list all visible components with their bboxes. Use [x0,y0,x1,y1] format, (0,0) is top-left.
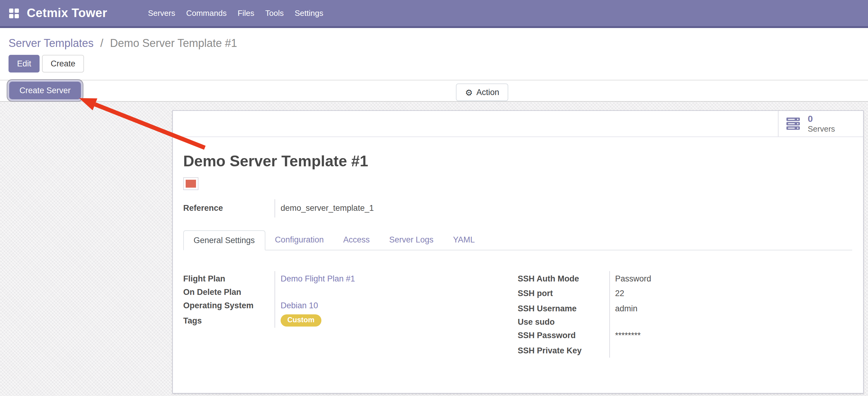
tag-custom: Custom [281,314,321,326]
control-buttons: Edit Create [8,55,860,73]
tags-value: Custom [275,313,518,328]
reference-label: Reference [183,204,275,213]
menu-item-settings[interactable]: Settings [289,0,329,26]
action-bar: Create Server [0,80,868,102]
menu-item-tools[interactable]: Tools [260,0,289,26]
breadcrumb-separator: / [97,37,107,49]
sheet-body: Demo Server Template #1 Reference demo_s… [173,137,863,358]
tab-access[interactable]: Access [334,230,379,250]
on-delete-plan-value [275,286,518,298]
top-navbar: Cetmix Tower Servers Commands Files Tool… [0,0,868,28]
record-title: Demo Server Template #1 [183,152,852,170]
gear-icon: ⚙ [465,88,473,96]
menu-item-commands[interactable]: Commands [181,0,232,26]
brand-logo[interactable]: Cetmix Tower [27,6,107,20]
edit-button[interactable]: Edit [8,55,40,73]
field-group-right: SSH Auth Mode Password SSH port 22 SSH U… [518,271,852,358]
content-area: 0 Servers Demo Server Template #1 Refere… [0,102,868,396]
reference-field: Reference demo_server_template_1 [183,199,852,218]
action-button-label: Action [476,88,499,97]
servers-count-label: Servers [808,124,835,134]
create-server-button[interactable]: Create Server [9,82,81,99]
operating-system-value: Debian 10 [275,298,518,313]
field-groups: Flight Plan Demo Flight Plan #1 On Delet… [183,271,852,358]
operating-system-link[interactable]: Debian 10 [281,301,318,310]
color-swatch [184,178,198,190]
on-delete-plan-label: On Delete Plan [183,286,275,298]
breadcrumb-current: Demo Server Template #1 [110,37,238,49]
server-stack-icon [786,117,801,130]
breadcrumb: Server Templates / Demo Server Template … [8,36,860,51]
button-box: 0 Servers [173,111,863,137]
ssh-password-value: ******** [609,328,852,343]
main-menu: Servers Commands Files Tools Settings [143,0,329,26]
field-group-left: Flight Plan Demo Flight Plan #1 On Delet… [183,271,518,358]
ssh-auth-mode-value: Password [609,271,852,286]
tab-server-logs[interactable]: Server Logs [379,230,443,250]
ssh-password-label: SSH Password [518,328,609,343]
servers-stat-button[interactable]: 0 Servers [778,111,863,137]
servers-count: 0 [808,114,835,124]
flight-plan-label: Flight Plan [183,271,275,286]
use-sudo-label: Use sudo [518,316,609,328]
ssh-private-key-value [609,343,852,358]
menu-item-files[interactable]: Files [232,0,260,26]
use-sudo-value [609,316,852,328]
operating-system-label: Operating System [183,298,275,313]
menu-item-servers[interactable]: Servers [143,0,181,26]
form-sheet: 0 Servers Demo Server Template #1 Refere… [172,110,864,394]
ssh-port-label: SSH port [518,286,609,301]
apps-menu-icon[interactable] [9,8,19,18]
tab-general-settings[interactable]: General Settings [183,230,265,250]
tags-label: Tags [183,313,275,328]
control-panel: Server Templates / Demo Server Template … [0,28,868,73]
breadcrumb-parent-link[interactable]: Server Templates [8,37,93,49]
notebook-tabs: General Settings Configuration Access Se… [183,230,852,250]
flight-plan-value: Demo Flight Plan #1 [275,271,518,286]
ssh-port-value: 22 [609,286,852,301]
action-button[interactable]: ⚙ Action [456,83,508,101]
app-window: Cetmix Tower Servers Commands Files Tool… [0,0,868,396]
flight-plan-link[interactable]: Demo Flight Plan #1 [281,274,355,283]
tab-yaml[interactable]: YAML [443,230,485,250]
tab-configuration[interactable]: Configuration [265,230,334,250]
ssh-private-key-label: SSH Private Key [518,343,609,358]
ssh-username-label: SSH Username [518,301,609,316]
reference-value: demo_server_template_1 [275,199,852,218]
ssh-username-value: admin [609,301,852,316]
ssh-auth-mode-label: SSH Auth Mode [518,271,609,286]
create-button[interactable]: Create [42,55,84,73]
